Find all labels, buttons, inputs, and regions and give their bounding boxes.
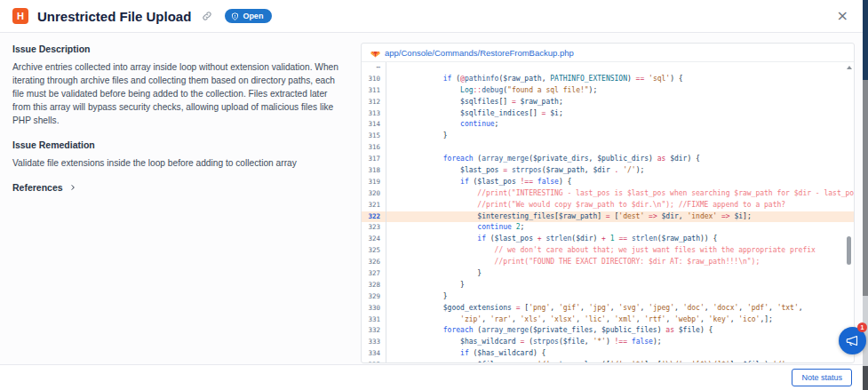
code-text: } xyxy=(386,268,482,280)
code-line-316: 316 xyxy=(362,142,854,154)
references-label: References xyxy=(12,182,63,193)
line-number: 335 xyxy=(362,360,386,362)
status-badge-label: Open xyxy=(243,12,263,20)
notification-count-badge: 1 xyxy=(857,322,867,332)
code-text: $last_pos = strrpos($raw_path, $dir . '/… xyxy=(386,165,644,177)
code-text: $interesting_files[$raw_path] = ['dest' … xyxy=(386,211,752,223)
copy-link-icon[interactable] xyxy=(202,11,212,21)
line-number: ⋯ xyxy=(362,62,386,74)
code-text: $good_extensions = ['png', 'gif', 'jpg',… xyxy=(386,303,803,314)
line-number: 321 xyxy=(362,200,386,211)
line-number: 326 xyxy=(362,257,386,268)
close-icon[interactable]: × xyxy=(837,9,848,23)
code-line-313: 313 $sqlfile_indices[] = $i; xyxy=(362,108,854,120)
page-edge-top xyxy=(863,0,868,80)
code-text: if (@pathinfo($raw_path, PATHINFO_EXTENS… xyxy=(386,74,683,85)
code-text: //print("INTERESTING - last_pos is $last… xyxy=(386,188,854,200)
code-line-323: 323 continue 2; xyxy=(362,222,854,234)
code-line-329: 329 } xyxy=(362,291,854,303)
line-number: 329 xyxy=(362,291,386,303)
code-text: if ($last_pos !== false) { xyxy=(386,177,571,188)
code-text: if ($has_wildcard) { xyxy=(386,348,545,360)
code-text: $sqlfile_indices[] = $i; xyxy=(386,108,563,120)
severity-badge: H xyxy=(12,8,28,24)
line-number: 324 xyxy=(362,234,386,245)
code-line-335: 335 $file_regex = '/'.str_replace(['/', … xyxy=(362,360,854,362)
line-number: 319 xyxy=(362,177,386,188)
line-number: 317 xyxy=(362,154,386,165)
chevron-right-icon xyxy=(69,184,76,191)
code-text: if ($last_pos + strlen($dir) + 1 == strl… xyxy=(386,234,717,245)
code-line-331: 331 'zip', 'rar', 'xls', 'xlsx', 'lic', … xyxy=(362,314,854,326)
shield-icon xyxy=(231,12,239,20)
code-line-320: 320 //print("INTERESTING - last_pos is $… xyxy=(362,188,854,200)
line-number: 320 xyxy=(362,188,386,200)
code-line-312: 312 $sqlfiles[] = $raw_path; xyxy=(362,97,854,108)
code-line-324: 324 if ($last_pos + strlen($dir) + 1 == … xyxy=(362,234,854,245)
code-text: foreach (array_merge($private_dirs, $pub… xyxy=(386,154,700,165)
line-number: 322 xyxy=(362,211,386,223)
code-text: //print("We would copy $raw_path to $dir… xyxy=(386,200,785,211)
code-line-⋯: ⋯ xyxy=(362,62,854,74)
references-expander[interactable]: References xyxy=(12,182,339,193)
code-text: } xyxy=(386,291,448,303)
code-text xyxy=(386,62,392,74)
code-line-334: 334 if ($has_wildcard) { xyxy=(362,348,854,360)
line-number: 313 xyxy=(362,108,386,120)
line-number: 315 xyxy=(362,131,386,142)
issue-title: Unrestricted File Upload xyxy=(37,9,191,24)
code-line-328: 328 } xyxy=(362,280,854,291)
code-line-330: 330 $good_extensions = ['png', 'gif', 'j… xyxy=(362,303,854,314)
line-number: 316 xyxy=(362,142,386,154)
code-text: //print("FOUND THE EXACT DIRECTORY: $dir… xyxy=(386,257,760,268)
window-scrollbar[interactable] xyxy=(863,80,868,296)
scrollbar-thumb[interactable] xyxy=(847,236,851,265)
issue-description-heading: Issue Description xyxy=(12,44,339,54)
note-status-button[interactable]: Note status xyxy=(792,369,852,386)
code-scrollbar[interactable] xyxy=(845,63,853,362)
issue-detail-modal: H Unrestricted File Upload Open × Issue … xyxy=(0,0,868,390)
code-text: $file_regex = '/'.str_replace(['/', '*']… xyxy=(386,360,790,362)
line-number: 334 xyxy=(362,348,386,360)
line-number: 333 xyxy=(362,337,386,348)
gitlab-icon xyxy=(370,48,380,58)
code-line-311: 311 Log::debug("found a sql file!"); xyxy=(362,85,854,97)
modal-header: H Unrestricted File Upload Open × xyxy=(0,0,863,33)
code-text: 'zip', 'rar', 'xls', 'xlsx', 'lic', 'xml… xyxy=(386,314,773,326)
code-line-327: 327 } xyxy=(362,268,854,280)
code-line-333: 333 $has_wildcard = (strpos($file, '*') … xyxy=(362,337,854,348)
code-viewer-panel: app/Console/Commands/RestoreFromBackup.p… xyxy=(361,43,855,363)
issue-info-panel: Issue Description Archive entries collec… xyxy=(0,33,357,193)
line-number: 325 xyxy=(362,245,386,257)
code-line-321: 321 //print("We would copy $raw_path to … xyxy=(362,200,854,211)
line-number: 312 xyxy=(362,97,386,108)
status-badge[interactable]: Open xyxy=(225,9,272,23)
line-number: 332 xyxy=(362,325,386,337)
code-text: $sqlfiles[] = $raw_path; xyxy=(386,97,563,108)
code-text: $has_wildcard = (strpos($file, '*') !== … xyxy=(386,337,662,348)
code-text xyxy=(386,142,392,154)
modal-footer: Note status xyxy=(0,364,863,390)
scrollbar-up-arrow-icon[interactable] xyxy=(847,66,852,69)
modal-body: Issue Description Archive entries collec… xyxy=(0,33,863,364)
line-number: 330 xyxy=(362,303,386,314)
line-number: 331 xyxy=(362,314,386,326)
code-line-319: 319 if ($last_pos !== false) { xyxy=(362,177,854,188)
issue-description-text: Archive entries collected into array ins… xyxy=(12,61,339,128)
line-number: 328 xyxy=(362,280,386,291)
code-text: foreach (array_merge($private_files, $pu… xyxy=(386,325,713,337)
code-line-317: 317 foreach (array_merge($private_dirs, … xyxy=(362,154,854,165)
code-text: Log::debug("found a sql file!"); xyxy=(386,85,597,97)
code-line-318: 318 $last_pos = strrpos($raw_path, $dir … xyxy=(362,165,854,177)
file-path-link[interactable]: app/Console/Commands/RestoreFromBackup.p… xyxy=(385,48,574,58)
code-line-310: 310 if (@pathinfo($raw_path, PATHINFO_EX… xyxy=(362,74,854,85)
issue-remediation-heading: Issue Remediation xyxy=(12,139,339,150)
line-number: 310 xyxy=(362,74,386,85)
code-lines: ⋯310 if (@pathinfo($raw_path, PATHINFO_E… xyxy=(362,62,854,362)
issue-remediation-text: Validate file extensions inside the loop… xyxy=(12,157,339,171)
page-edge-bottom xyxy=(863,366,868,390)
line-number: 314 xyxy=(362,119,386,131)
line-number: 327 xyxy=(362,268,386,280)
line-number: 311 xyxy=(362,85,386,97)
code-text: continue; xyxy=(386,119,498,131)
